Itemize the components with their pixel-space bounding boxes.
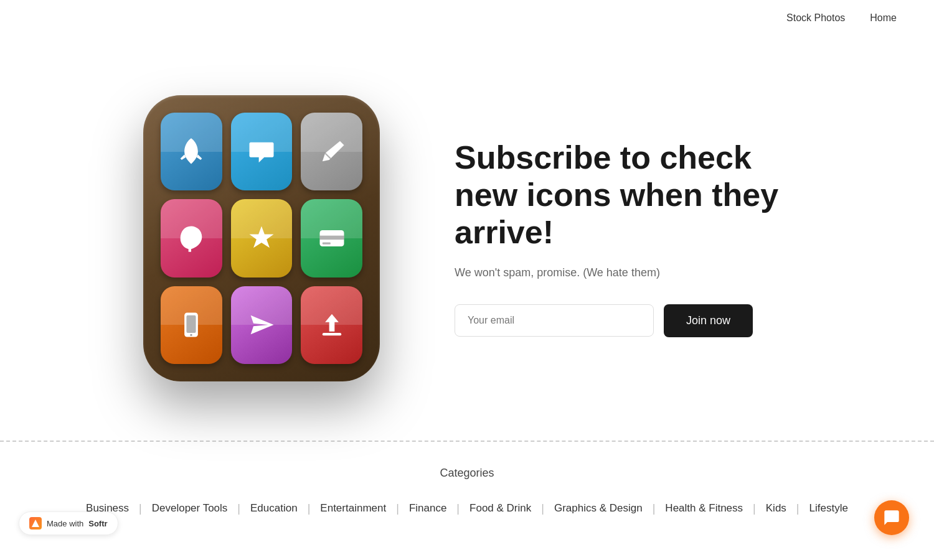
app-cell-card [301,199,362,277]
svg-rect-7 [322,333,341,335]
chat-bubble-button[interactable] [874,500,909,535]
app-cell-pencil [301,113,362,190]
category-link-finance[interactable]: Finance [399,497,456,520]
category-link-developer-tools[interactable]: Developer Tools [142,497,238,520]
categories-list: Business|Developer Tools|Education|Enter… [76,497,858,520]
app-grid-illustration [143,95,380,381]
category-item: Finance| [399,497,460,520]
hero-subtitle: We won't spam, promise. (We hate them) [455,266,803,279]
svg-point-6 [191,334,192,336]
subscribe-form: Join now [455,304,803,337]
site-footer: Categories Business|Developer Tools|Educ… [0,442,934,557]
category-link-entertainment[interactable]: Entertainment [310,497,396,520]
nav-home[interactable]: Home [870,12,897,24]
app-cell-leaf [161,199,222,277]
hero-content: Subscribe to check new icons when they a… [455,139,803,337]
category-item: Developer Tools| [142,497,240,520]
nav-stock-photos[interactable]: Stock Photos [786,12,845,24]
app-cell-star [231,199,293,277]
app-cell-rocket [161,113,222,190]
category-link-graphics-&-design[interactable]: Graphics & Design [544,497,653,520]
softr-badge[interactable]: Made with Softr [19,511,118,535]
chat-icon [883,509,900,526]
softr-badge-brand: Softr [88,519,107,528]
app-cell-upload [301,286,362,364]
category-item: Food & Drink| [460,497,544,520]
softr-badge-label: Made with [47,519,83,528]
app-cell-chat [231,113,293,190]
category-item: Education| [240,497,310,520]
category-item: Health & Fitness| [655,497,755,520]
email-input[interactable] [455,304,654,337]
svg-rect-3 [322,242,330,244]
join-now-button[interactable]: Join now [664,304,753,337]
category-link-education[interactable]: Education [240,497,308,520]
category-link-health-&-fitness[interactable]: Health & Fitness [655,497,753,520]
categories-label: Categories [440,467,494,480]
category-link-lifestyle[interactable]: Lifestyle [800,497,858,520]
category-item: Graphics & Design| [544,497,655,520]
svg-rect-5 [187,315,196,333]
category-link-kids[interactable]: Kids [756,497,796,520]
site-header: Stock Photos Home [0,0,934,36]
category-link-food-&-drink[interactable]: Food & Drink [460,497,541,520]
category-item: Kids| [756,497,800,520]
hero-title: Subscribe to check new icons when they a… [455,139,803,251]
categories-section: Categories Business|Developer Tools|Educ… [37,467,897,520]
hero-section: Subscribe to check new icons when they a… [0,36,934,441]
category-item: Lifestyle [800,497,858,520]
svg-point-0 [189,147,194,153]
app-cell-phone [161,286,222,364]
hero-image [131,77,392,400]
category-item: Entertainment| [310,497,399,520]
app-cell-send [231,286,293,364]
softr-logo-shape [32,520,39,527]
svg-rect-2 [319,236,344,240]
softr-logo [29,517,42,530]
main-nav: Stock Photos Home [786,12,897,24]
